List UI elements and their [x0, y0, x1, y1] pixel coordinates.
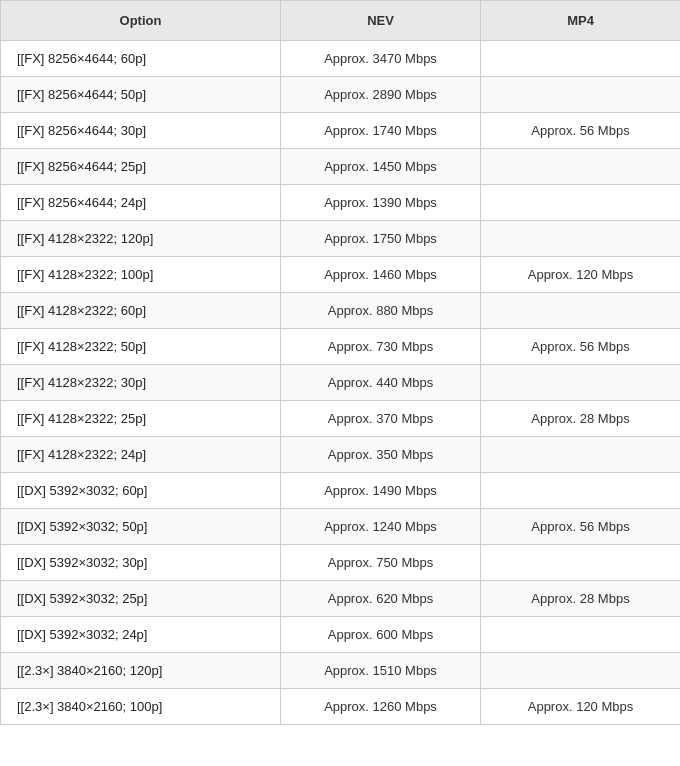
table-row: [[2.3×] 3840×2160; 120p]Approx. 1510 Mbp…	[1, 653, 681, 689]
cell-nev: Approx. 730 Mbps	[281, 329, 481, 365]
cell-mp4: Approx. 56 Mbps	[481, 113, 681, 149]
cell-nev: Approx. 1260 Mbps	[281, 689, 481, 725]
cell-mp4	[481, 149, 681, 185]
cell-option: [[FX] 8256×4644; 25p]	[1, 149, 281, 185]
cell-nev: Approx. 1390 Mbps	[281, 185, 481, 221]
header-mp4: MP4	[481, 1, 681, 41]
cell-option: [[FX] 4128×2322; 25p]	[1, 401, 281, 437]
table-row: [[FX] 8256×4644; 30p]Approx. 1740 MbpsAp…	[1, 113, 681, 149]
cell-option: [[DX] 5392×3032; 25p]	[1, 581, 281, 617]
cell-nev: Approx. 370 Mbps	[281, 401, 481, 437]
cell-mp4	[481, 293, 681, 329]
table-row: [[DX] 5392×3032; 25p]Approx. 620 MbpsApp…	[1, 581, 681, 617]
table-row: [[FX] 4128×2322; 24p]Approx. 350 Mbps	[1, 437, 681, 473]
cell-option: [[DX] 5392×3032; 60p]	[1, 473, 281, 509]
table-row: [[FX] 4128×2322; 60p]Approx. 880 Mbps	[1, 293, 681, 329]
cell-nev: Approx. 620 Mbps	[281, 581, 481, 617]
cell-mp4	[481, 617, 681, 653]
table-row: [[DX] 5392×3032; 50p]Approx. 1240 MbpsAp…	[1, 509, 681, 545]
cell-nev: Approx. 3470 Mbps	[281, 41, 481, 77]
table-row: [[DX] 5392×3032; 60p]Approx. 1490 Mbps	[1, 473, 681, 509]
cell-nev: Approx. 350 Mbps	[281, 437, 481, 473]
cell-mp4	[481, 41, 681, 77]
table-row: [[FX] 4128×2322; 50p]Approx. 730 MbpsApp…	[1, 329, 681, 365]
header-nev: NEV	[281, 1, 481, 41]
cell-option: [[FX] 4128×2322; 24p]	[1, 437, 281, 473]
table-row: [[DX] 5392×3032; 30p]Approx. 750 Mbps	[1, 545, 681, 581]
cell-nev: Approx. 2890 Mbps	[281, 77, 481, 113]
cell-mp4	[481, 473, 681, 509]
table-row: [[FX] 8256×4644; 24p]Approx. 1390 Mbps	[1, 185, 681, 221]
table-row: [[FX] 4128×2322; 100p]Approx. 1460 MbpsA…	[1, 257, 681, 293]
cell-option: [[FX] 8256×4644; 60p]	[1, 41, 281, 77]
cell-option: [[FX] 8256×4644; 30p]	[1, 113, 281, 149]
cell-option: [[FX] 4128×2322; 60p]	[1, 293, 281, 329]
cell-nev: Approx. 1750 Mbps	[281, 221, 481, 257]
cell-option: [[2.3×] 3840×2160; 120p]	[1, 653, 281, 689]
cell-mp4: Approx. 56 Mbps	[481, 329, 681, 365]
cell-option: [[FX] 8256×4644; 50p]	[1, 77, 281, 113]
cell-mp4	[481, 77, 681, 113]
cell-option: [[2.3×] 3840×2160; 100p]	[1, 689, 281, 725]
cell-nev: Approx. 1240 Mbps	[281, 509, 481, 545]
cell-option: [[FX] 8256×4644; 24p]	[1, 185, 281, 221]
table-row: [[FX] 8256×4644; 25p]Approx. 1450 Mbps	[1, 149, 681, 185]
cell-mp4: Approx. 28 Mbps	[481, 401, 681, 437]
table-row: [[FX] 8256×4644; 50p]Approx. 2890 Mbps	[1, 77, 681, 113]
cell-option: [[FX] 4128×2322; 120p]	[1, 221, 281, 257]
cell-mp4	[481, 185, 681, 221]
table-row: [[2.3×] 3840×2160; 100p]Approx. 1260 Mbp…	[1, 689, 681, 725]
table-row: [[FX] 4128×2322; 120p]Approx. 1750 Mbps	[1, 221, 681, 257]
cell-option: [[FX] 4128×2322; 100p]	[1, 257, 281, 293]
cell-option: [[DX] 5392×3032; 24p]	[1, 617, 281, 653]
cell-nev: Approx. 880 Mbps	[281, 293, 481, 329]
cell-mp4	[481, 221, 681, 257]
table-row: [[FX] 4128×2322; 30p]Approx. 440 Mbps	[1, 365, 681, 401]
cell-nev: Approx. 1740 Mbps	[281, 113, 481, 149]
cell-mp4	[481, 653, 681, 689]
table-row: [[FX] 4128×2322; 25p]Approx. 370 MbpsApp…	[1, 401, 681, 437]
cell-mp4: Approx. 28 Mbps	[481, 581, 681, 617]
cell-mp4	[481, 365, 681, 401]
cell-mp4: Approx. 56 Mbps	[481, 509, 681, 545]
cell-mp4	[481, 545, 681, 581]
cell-mp4: Approx. 120 Mbps	[481, 689, 681, 725]
table-row: [[FX] 8256×4644; 60p]Approx. 3470 Mbps	[1, 41, 681, 77]
cell-nev: Approx. 440 Mbps	[281, 365, 481, 401]
header-option: Option	[1, 1, 281, 41]
cell-option: [[DX] 5392×3032; 50p]	[1, 509, 281, 545]
cell-nev: Approx. 600 Mbps	[281, 617, 481, 653]
data-table: Option NEV MP4 [[FX] 8256×4644; 60p]Appr…	[0, 0, 680, 725]
cell-mp4: Approx. 120 Mbps	[481, 257, 681, 293]
cell-nev: Approx. 1510 Mbps	[281, 653, 481, 689]
cell-nev: Approx. 1450 Mbps	[281, 149, 481, 185]
cell-nev: Approx. 1490 Mbps	[281, 473, 481, 509]
cell-option: [[DX] 5392×3032; 30p]	[1, 545, 281, 581]
cell-nev: Approx. 1460 Mbps	[281, 257, 481, 293]
cell-option: [[FX] 4128×2322; 30p]	[1, 365, 281, 401]
table-row: [[DX] 5392×3032; 24p]Approx. 600 Mbps	[1, 617, 681, 653]
cell-nev: Approx. 750 Mbps	[281, 545, 481, 581]
cell-mp4	[481, 437, 681, 473]
table-header-row: Option NEV MP4	[1, 1, 681, 41]
cell-option: [[FX] 4128×2322; 50p]	[1, 329, 281, 365]
